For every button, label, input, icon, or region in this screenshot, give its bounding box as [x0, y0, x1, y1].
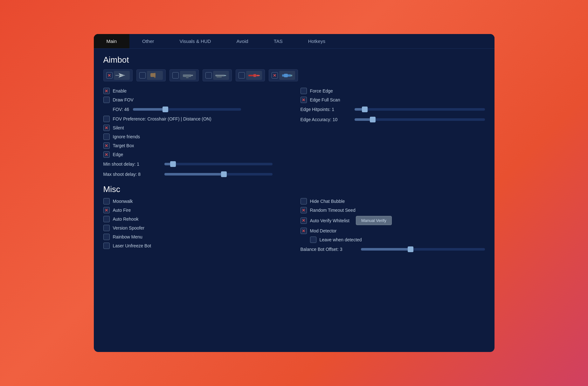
- edge-full-scan-checkbox[interactable]: ✕: [301, 97, 307, 103]
- auto-rehook-row: Auto Rehook: [103, 216, 288, 222]
- weapon-checkbox-5[interactable]: ✕: [272, 72, 278, 79]
- svg-rect-8: [217, 76, 222, 78]
- misc-title: Misc: [103, 184, 485, 194]
- fov-slider-row: FOV: 46: [113, 107, 288, 112]
- fov-pref-label: FOV Preference: Crosshair (OFF) | Distan…: [113, 116, 211, 121]
- force-edge-checkbox[interactable]: [301, 88, 307, 94]
- moonwalk-label: Moonwalk: [113, 199, 133, 204]
- rainbow-menu-row: Rainbow Menu: [103, 234, 288, 240]
- balance-bot-label: Balance Bot Offset: 3: [301, 247, 358, 252]
- svg-rect-14: [284, 74, 288, 77]
- balance-bot-row: Balance Bot Offset: 3: [301, 247, 485, 252]
- target-box-checkbox[interactable]: ✕: [103, 142, 110, 149]
- moonwalk-checkbox[interactable]: [103, 198, 110, 204]
- tab-avoid[interactable]: Avoid: [224, 34, 261, 48]
- laser-unfreeze-bot-row: Laser Unfreeze Bot: [103, 243, 288, 249]
- edge-full-scan-row: ✕ Edge Full Scan: [301, 97, 485, 103]
- weapon-row: ✕: [103, 69, 485, 81]
- aimbot-right-col: Force Edge ✕ Edge Full Scan Edge Hitpoin…: [301, 88, 485, 178]
- random-timeout-seed-checkbox[interactable]: ✕: [301, 207, 307, 213]
- version-spoofer-row: Version Spoofer: [103, 225, 288, 231]
- enable-row: ✕ Enable: [103, 88, 288, 94]
- weapon-icon-1: [147, 71, 163, 80]
- version-spoofer-checkbox[interactable]: [103, 225, 110, 231]
- balance-bot-track[interactable]: [361, 248, 485, 251]
- weapon-checkbox-4[interactable]: [239, 72, 245, 79]
- edge-hitpoints-label: Edge Hitpoints: 1: [301, 107, 351, 112]
- svg-rect-12: [257, 75, 260, 76]
- edge-hitpoints-thumb[interactable]: [362, 107, 368, 112]
- mod-detector-row: ✕ Mod Detector: [301, 228, 485, 234]
- fov-pref-checkbox[interactable]: [103, 116, 110, 122]
- weapon-btn-5[interactable]: ✕: [269, 69, 298, 81]
- weapon-btn-2[interactable]: [169, 69, 199, 81]
- max-shoot-delay-fill: [164, 173, 224, 176]
- edge-accuracy-row: Edge Accuracy: 10: [301, 117, 485, 122]
- version-spoofer-label: Version Spoofer: [113, 225, 145, 231]
- main-window: Main Other Visuals & HUD Avoid TAS Hotke…: [94, 34, 495, 352]
- svg-rect-6: [190, 75, 193, 76]
- weapon-checkbox-1[interactable]: [139, 72, 146, 79]
- aimbot-left-col: ✕ Enable Draw FOV FOV: 46: [103, 88, 288, 178]
- weapon-btn-1[interactable]: [136, 69, 166, 81]
- max-shoot-delay-thumb[interactable]: [221, 171, 227, 177]
- leave-when-detected-row: Leave when detected: [301, 237, 485, 243]
- auto-fire-row: ✕ Auto Fire: [103, 207, 288, 213]
- tab-tas[interactable]: TAS: [261, 34, 295, 48]
- weapon-btn-0[interactable]: ✕: [103, 69, 133, 81]
- laser-unfreeze-bot-checkbox[interactable]: [103, 243, 110, 249]
- rainbow-menu-checkbox[interactable]: [103, 234, 110, 240]
- min-shoot-delay-thumb[interactable]: [170, 161, 176, 167]
- tab-other[interactable]: Other: [129, 34, 167, 48]
- leave-when-detected-label: Leave when detected: [320, 237, 362, 242]
- tab-visuals-hud[interactable]: Visuals & HUD: [167, 34, 224, 48]
- max-shoot-delay-track[interactable]: [164, 173, 273, 176]
- weapon-btn-4[interactable]: [236, 69, 265, 81]
- silent-checkbox[interactable]: ✕: [103, 125, 110, 131]
- enable-checkbox[interactable]: ✕: [103, 88, 110, 94]
- weapon-checkbox-2[interactable]: [172, 72, 179, 79]
- auto-verify-whitelist-checkbox[interactable]: ✕: [301, 217, 307, 224]
- aimbot-options: ✕ Enable Draw FOV FOV: 46: [103, 88, 485, 178]
- max-shoot-delay-label: Max shoot delay: 8: [103, 172, 161, 177]
- tab-hotkeys[interactable]: Hotkeys: [295, 34, 338, 48]
- weapon-btn-3[interactable]: [203, 69, 232, 81]
- auto-rehook-label: Auto Rehook: [113, 217, 139, 222]
- min-shoot-delay-track[interactable]: [164, 163, 273, 165]
- weapon-checkbox-3[interactable]: [205, 72, 212, 79]
- weapon-checkbox-0[interactable]: ✕: [106, 72, 113, 79]
- force-edge-label: Force Edge: [310, 88, 333, 93]
- enable-label: Enable: [113, 88, 127, 93]
- ignore-friends-row: Ignore friends: [103, 134, 288, 140]
- misc-right-col: Hide Chat Bubble ✕ Random Timeout Seed ✕…: [301, 198, 485, 253]
- force-edge-row: Force Edge: [301, 88, 485, 94]
- edge-hitpoints-track[interactable]: [355, 108, 485, 111]
- leave-when-detected-checkbox[interactable]: [310, 237, 316, 243]
- hide-chat-bubble-checkbox[interactable]: [301, 198, 307, 204]
- edge-checkbox[interactable]: ✕: [103, 151, 110, 158]
- ignore-friends-checkbox[interactable]: [103, 134, 110, 140]
- manual-verify-button[interactable]: Manual Verify: [356, 216, 392, 225]
- edge-hitpoints-row: Edge Hitpoints: 1: [301, 107, 485, 112]
- auto-fire-checkbox[interactable]: ✕: [103, 207, 110, 213]
- mod-detector-checkbox[interactable]: ✕: [301, 228, 307, 234]
- balance-bot-thumb[interactable]: [408, 246, 413, 252]
- hide-chat-bubble-row: Hide Chat Bubble: [301, 198, 485, 204]
- edge-accuracy-track[interactable]: [355, 118, 485, 121]
- weapon-icon-4: [246, 71, 262, 80]
- fov-value-label: FOV: 46: [113, 107, 129, 112]
- tab-bar: Main Other Visuals & HUD Avoid TAS Hotke…: [94, 34, 495, 49]
- random-timeout-seed-label: Random Timeout Seed: [310, 208, 356, 213]
- mod-detector-label: Mod Detector: [310, 228, 337, 233]
- target-box-row: ✕ Target Box: [103, 142, 288, 149]
- silent-row: ✕ Silent: [103, 125, 288, 131]
- draw-fov-checkbox[interactable]: [103, 97, 110, 103]
- fov-slider-thumb[interactable]: [163, 107, 168, 112]
- balance-bot-fill: [361, 248, 411, 251]
- fov-pref-row: FOV Preference: Crosshair (OFF) | Distan…: [103, 116, 288, 122]
- fov-slider-track[interactable]: [133, 108, 241, 111]
- edge-accuracy-thumb[interactable]: [370, 117, 376, 122]
- tab-main[interactable]: Main: [94, 34, 130, 48]
- misc-options: Moonwalk ✕ Auto Fire Auto Rehook Version…: [103, 198, 485, 253]
- auto-rehook-checkbox[interactable]: [103, 216, 110, 222]
